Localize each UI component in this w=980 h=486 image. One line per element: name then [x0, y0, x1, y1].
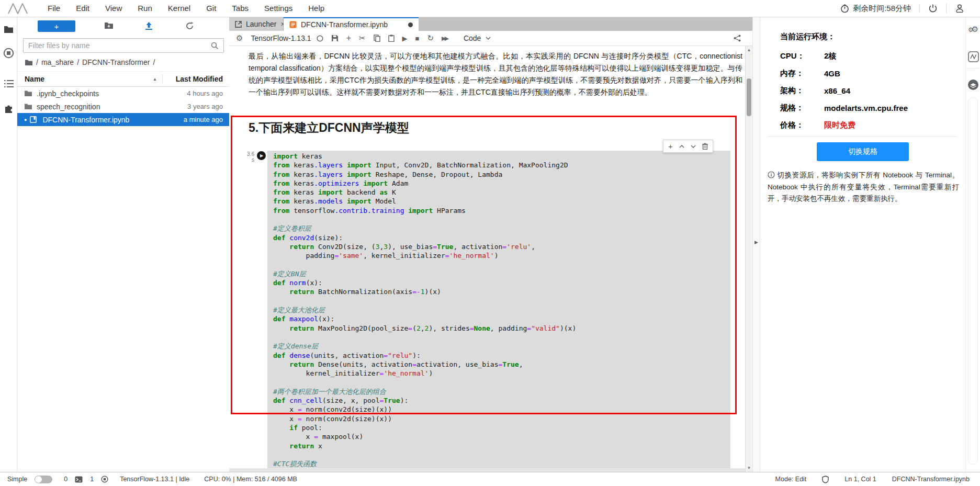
menu-item-git[interactable]: Git — [198, 0, 224, 17]
engine-icon[interactable]: ⚙ — [236, 33, 243, 43]
tab-launcher[interactable]: Launcher × — [229, 17, 284, 31]
upload-icon[interactable] — [144, 21, 154, 31]
file-browser-toolbar: + — [17, 17, 229, 35]
breadcrumb-separator: / — [153, 58, 155, 66]
kernel-status-text[interactable]: TensorFlow-1.13.1 | Idle — [120, 476, 189, 483]
menu-item-tabs[interactable]: Tabs — [224, 0, 256, 17]
list-icon[interactable] — [3, 78, 14, 89]
folder-icon — [24, 90, 32, 97]
share-icon[interactable] — [734, 35, 741, 42]
paste-icon[interactable] — [388, 35, 395, 42]
add-cell-icon[interactable]: + — [346, 33, 351, 43]
cut-icon[interactable]: ✂ — [359, 33, 366, 43]
add-cell-icon[interactable]: + — [668, 142, 673, 150]
modelarts-icon[interactable] — [967, 51, 979, 62]
terminal-icon[interactable] — [75, 476, 83, 483]
notebook-content[interactable]: 最后，从输出端来看，DFCNN 比较灵活，可以方便地和其他建模方式融合。比如，本… — [229, 46, 745, 468]
scroll-down-icon[interactable]: ▼ — [746, 466, 752, 470]
horizontal-scrollbar[interactable] — [229, 468, 745, 472]
chevron-down-icon — [486, 37, 491, 40]
menu-item-help[interactable]: Help — [300, 0, 332, 17]
menu-item-view[interactable]: View — [97, 0, 130, 17]
environment-row: 架构：x86_64 — [780, 82, 958, 99]
cell-run-indicator[interactable]: ▶ — [257, 151, 266, 160]
filter-files-input[interactable] — [28, 41, 211, 50]
new-launcher-button[interactable]: + — [38, 20, 75, 32]
running-kernels-icon[interactable] — [3, 48, 14, 59]
sort-ascending-icon[interactable]: ▲ — [153, 77, 157, 82]
save-icon[interactable] — [331, 35, 339, 42]
scrollbar-thumb[interactable] — [747, 78, 751, 116]
code-line: #CTC损失函数 — [273, 459, 576, 468]
new-folder-icon[interactable] — [104, 21, 114, 31]
menu-items: FileEditViewRunKernelGitTabsSettingsHelp — [40, 0, 332, 17]
code-line: return MaxPooling2D(pool_size=(2,2), str… — [273, 324, 576, 333]
stop-icon[interactable]: ■ — [415, 35, 420, 42]
breadcrumb-segment[interactable]: ma_share — [41, 58, 74, 66]
switch-flavor-button[interactable]: 切换规格 — [817, 142, 909, 161]
env-value: 限时免费 — [824, 120, 855, 130]
mode-indicator[interactable]: Mode: Edit — [775, 476, 807, 483]
code-line: x = norm(conv2d(size)(x)) — [273, 414, 576, 423]
env-value: 4GB — [824, 69, 840, 78]
code-line: if pool: — [273, 423, 576, 432]
run-icon[interactable]: ▶ — [402, 35, 408, 42]
menu-item-edit[interactable]: Edit — [68, 0, 97, 17]
tab-notebook-label: DFCNN-Transformer.ipynb — [301, 20, 388, 29]
code-line: x = maxpool(x) — [273, 432, 576, 441]
layers-icon[interactable] — [967, 79, 979, 91]
refresh-icon[interactable] — [185, 21, 195, 31]
menu-item-run[interactable]: Run — [130, 0, 160, 17]
expand-arrow-icon[interactable]: ▶ — [754, 240, 758, 245]
file-modified: a minute ago — [184, 116, 223, 123]
scroll-up-icon[interactable]: ▲ — [746, 48, 752, 52]
run-all-icon[interactable]: ▶▶ — [442, 35, 447, 42]
notebook-icon — [289, 21, 297, 28]
code-editor[interactable]: import kerasfrom keras.layers import Inp… — [273, 152, 576, 468]
panel-collapse-strip[interactable]: ▶ — [752, 17, 760, 472]
file-row[interactable]: speech_recognition3 years ago — [17, 100, 229, 113]
active-filename: DFCNN-Transformer.ipynb — [892, 476, 970, 483]
move-down-icon[interactable] — [691, 145, 696, 148]
unsaved-changes-icon[interactable] — [408, 22, 413, 27]
kernel-name[interactable]: TensorFlow-1.13.1 — [251, 34, 311, 42]
filter-files-box[interactable] — [23, 38, 224, 53]
restart-icon[interactable]: ↻ — [427, 33, 434, 43]
user-icon[interactable] — [955, 4, 964, 13]
notebook-icon — [30, 116, 38, 123]
file-list: .ipynb_checkpoints4 hours agospeech_reco… — [17, 87, 229, 126]
code-line: return x — [273, 442, 576, 450]
breadcrumb-segment[interactable]: DFCNN-Transformer — [82, 58, 150, 66]
env-label: 规格： — [780, 103, 824, 113]
extensions-icon[interactable] — [3, 103, 14, 114]
environment-note: 切换资源后，将影响实例下所有 Notebook 与 Terminal。Noteb… — [768, 169, 959, 205]
menu-item-file[interactable]: File — [40, 0, 68, 17]
right-strip-track — [968, 97, 978, 465]
menu-item-settings[interactable]: Settings — [256, 0, 300, 17]
trust-shield-icon[interactable] — [822, 476, 829, 483]
file-row[interactable]: .ipynb_checkpoints4 hours ago — [17, 87, 229, 100]
delete-cell-icon[interactable] — [702, 143, 708, 150]
copy-icon[interactable] — [374, 35, 380, 42]
settings-gears-icon[interactable]: ⚙⚙ — [967, 23, 979, 35]
cell-type-select[interactable]: Code — [464, 34, 491, 42]
power-icon[interactable] — [928, 4, 938, 13]
code-line: return Conv2D(size, (3,3), use_bias=True… — [273, 242, 576, 251]
env-value: modelarts.vm.cpu.free — [824, 104, 908, 112]
kernel-sessions-icon[interactable] — [101, 476, 108, 483]
folder-icon[interactable] — [3, 24, 14, 35]
code-line — [273, 378, 576, 387]
tab-notebook[interactable]: DFCNN-Transformer.ipynb — [284, 17, 419, 31]
code-line: from keras.layers import Input, Conv2D, … — [273, 161, 576, 169]
column-name-header[interactable]: Name — [25, 75, 44, 83]
status-bar: Simple 0 1 TensorFlow-1.13.1 | Idle CPU:… — [0, 472, 980, 486]
move-up-icon[interactable] — [679, 145, 684, 148]
simple-mode-toggle[interactable] — [35, 476, 52, 483]
menu-item-kernel[interactable]: Kernel — [160, 0, 198, 17]
notebook-scrollbar[interactable]: ▲ ▼ — [745, 46, 752, 472]
cursor-position[interactable]: Ln 1, Col 1 — [844, 476, 876, 483]
home-folder-icon[interactable] — [25, 59, 33, 66]
file-row[interactable]: ●DFCNN-Transformer.ipynba minute ago — [17, 113, 229, 126]
code-line: #两个卷积层加一个最大池化层的组合 — [273, 387, 576, 396]
column-modified-header[interactable]: Last Modified — [162, 74, 224, 84]
